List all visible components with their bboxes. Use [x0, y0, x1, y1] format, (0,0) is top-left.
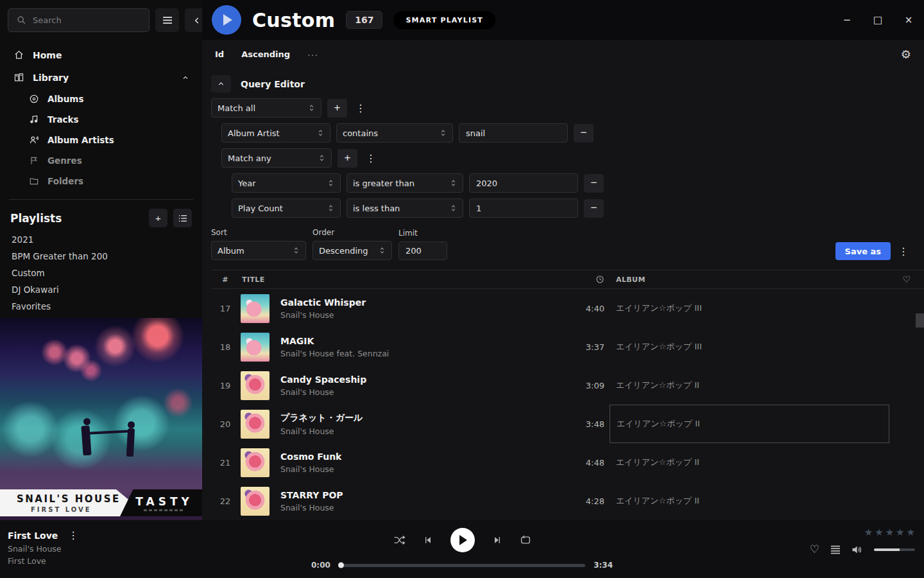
collapse-query-editor-button[interactable] [211, 75, 231, 92]
favorite-button[interactable]: ♡ [810, 543, 819, 556]
now-playing-cover-art[interactable]: SNAIL'S HOUSE FIRST LOVE TASTY [0, 318, 202, 520]
star-icon[interactable]: ★ [907, 527, 915, 538]
playlist-item[interactable]: DJ Okawari [0, 281, 202, 298]
sidebar-item-tracks[interactable]: Tracks [0, 109, 202, 130]
star-icon[interactable]: ★ [875, 527, 883, 538]
seek-handle[interactable] [338, 563, 344, 568]
back-button[interactable] [185, 8, 202, 32]
favorite-column-header[interactable]: ♡ [889, 274, 924, 285]
star-icon[interactable]: ★ [886, 527, 894, 538]
save-as-button[interactable]: Save as [835, 242, 891, 260]
album-link[interactable]: エイリアン☆ポップ III [616, 341, 702, 353]
scrollbar-thumb[interactable] [916, 313, 924, 328]
close-button[interactable]: × [893, 0, 924, 40]
track-title[interactable]: Cosmo Funk [280, 451, 341, 462]
table-row[interactable]: 18 MAGIK Snail's House feat. Sennzai 3:3… [211, 328, 924, 366]
play-pause-button[interactable] [450, 528, 475, 552]
remove-rule-button[interactable]: − [574, 124, 594, 143]
search-input[interactable] [33, 15, 142, 25]
album-cell[interactable]: エイリアン☆ポップ II [610, 443, 889, 482]
rule-operator-select[interactable]: is greater than [346, 173, 463, 193]
album-cell[interactable]: エイリアン☆ポップ III [610, 289, 889, 328]
remove-rule-button[interactable]: − [584, 199, 604, 218]
sidebar-item-library[interactable]: Library [0, 66, 202, 89]
group-more-button[interactable]: ⋮ [353, 102, 368, 114]
album-link[interactable]: エイリアン☆ポップ II [616, 495, 699, 507]
table-row[interactable]: 20 プラネット・ガール Snail's House 3:48 エイリアン☆ [211, 405, 924, 443]
order-select[interactable]: Descending [312, 241, 392, 260]
sidebar-item-album-artists[interactable]: Album Artists [0, 130, 202, 150]
table-row[interactable]: 17 Galactic Whisper Snail's House 4:40 [211, 289, 924, 328]
index-column-header[interactable]: # [211, 276, 239, 284]
rule-value-input[interactable] [459, 123, 568, 143]
playlist-item[interactable]: Custom [0, 265, 202, 281]
match-type-select[interactable]: Match all [211, 98, 321, 118]
track-artist[interactable]: Snail's House [280, 310, 366, 320]
shuffle-button[interactable] [393, 535, 406, 545]
album-cell[interactable]: エイリアン☆ポップ II [610, 366, 889, 405]
search-box[interactable] [8, 8, 150, 32]
table-row[interactable]: 22 STARRY POP Snail's House 4:28 エイリアン [211, 482, 924, 520]
track-title[interactable]: STARRY POP [280, 490, 343, 500]
seek-slider[interactable] [339, 564, 585, 567]
track-artist[interactable]: Snail's House [280, 503, 343, 512]
track-artist[interactable]: Snail's House [280, 464, 341, 474]
queue-button[interactable] [830, 545, 841, 554]
album-cell[interactable]: エイリアン☆ポップ III [610, 328, 889, 366]
rule-field-select[interactable]: Play Count [232, 198, 341, 218]
album-column-header[interactable]: ALBUM [610, 276, 889, 284]
next-button[interactable] [492, 535, 502, 545]
duration-column-header[interactable] [562, 275, 610, 284]
rule-operator-select[interactable]: is less than [346, 198, 463, 218]
album-link[interactable]: エイリアン☆ポップ II [617, 418, 700, 430]
album-link[interactable]: エイリアン☆ポップ II [616, 457, 699, 468]
repeat-button[interactable] [520, 535, 531, 545]
star-icon[interactable]: ★ [864, 527, 873, 538]
rule-value-input[interactable] [469, 198, 578, 218]
album-link[interactable]: エイリアン☆ポップ II [616, 380, 699, 391]
now-playing-artist[interactable]: Snail's House [8, 544, 202, 554]
track-title[interactable]: Candy Spaceship [280, 374, 366, 385]
remove-rule-button[interactable]: − [584, 174, 604, 193]
rule-field-select[interactable]: Year [232, 173, 341, 193]
table-row[interactable]: 19 Candy Spaceship Snail's House 3:09 [211, 366, 924, 405]
add-playlist-button[interactable]: + [149, 209, 167, 227]
chevron-up-icon[interactable] [182, 74, 189, 82]
title-column-header[interactable]: TITLE [239, 276, 562, 284]
now-playing-album[interactable]: First Love [8, 556, 202, 566]
track-artist[interactable]: Snail's House feat. Sennzai [280, 349, 389, 358]
album-cell[interactable]: エイリアン☆ポップ II [610, 482, 889, 520]
table-row[interactable]: 21 Cosmo Funk Snail's House 4:48 エイリアン [211, 443, 924, 482]
sidebar-item-folders[interactable]: Folders [0, 171, 202, 191]
add-rule-button[interactable]: + [338, 149, 357, 168]
playlist-item[interactable]: Favorites [0, 298, 202, 315]
rule-value-input[interactable] [469, 173, 578, 193]
save-more-button[interactable]: ⋮ [896, 245, 911, 258]
play-playlist-button[interactable] [212, 5, 241, 35]
sort-field-button[interactable]: Id [215, 49, 224, 59]
sort-select[interactable]: Album [211, 241, 306, 260]
rule-operator-select[interactable]: contains [336, 123, 453, 143]
playlist-item[interactable]: 2021 [0, 231, 202, 248]
now-playing-more-button[interactable]: ⋮ [65, 529, 81, 541]
sidebar-item-albums[interactable]: Albums [0, 89, 202, 109]
match-type-select[interactable]: Match any [221, 148, 332, 168]
add-rule-button[interactable]: + [327, 99, 347, 118]
track-title[interactable]: Galactic Whisper [280, 297, 366, 308]
more-options-button[interactable]: ··· [307, 49, 318, 60]
track-artist[interactable]: Snail's House [280, 387, 366, 397]
track-title[interactable]: MAGIK [280, 336, 389, 346]
group-more-button[interactable]: ⋮ [363, 152, 379, 164]
track-title[interactable]: プラネット・ガール [280, 412, 363, 424]
sort-direction-button[interactable]: Ascending [241, 49, 290, 59]
limit-input[interactable] [398, 241, 447, 260]
now-playing-title[interactable]: First Love [8, 530, 58, 541]
playlist-item[interactable]: BPM Greater than 200 [0, 248, 202, 265]
album-link[interactable]: エイリアン☆ポップ III [616, 302, 702, 314]
sidebar-item-genres[interactable]: Genres [0, 150, 202, 171]
star-icon[interactable]: ★ [896, 527, 904, 538]
playlist-list-button[interactable] [173, 209, 192, 227]
maximize-button[interactable]: □ [862, 0, 893, 40]
track-artist[interactable]: Snail's House [280, 426, 363, 436]
menu-button[interactable] [155, 8, 179, 32]
